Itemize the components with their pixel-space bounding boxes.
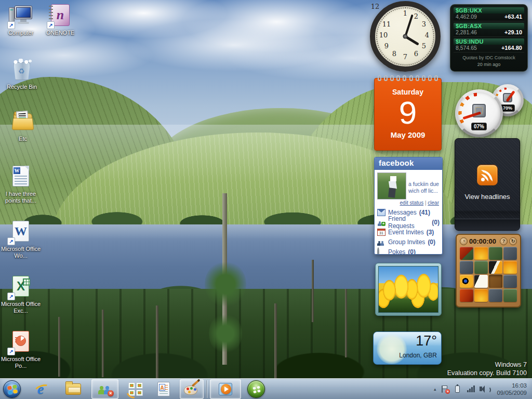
network-signal-icon[interactable] — [467, 385, 475, 393]
weather-location: London, GBR — [399, 352, 437, 359]
battery-icon[interactable] — [454, 385, 462, 393]
puzzle-tile[interactable] — [489, 289, 502, 302]
wallpaper-vine-post — [58, 317, 60, 377]
poke-icon — [377, 248, 385, 255]
stock-value: 4,462.09 — [456, 14, 477, 20]
puzzle-tile[interactable] — [489, 275, 502, 288]
item-label: Friend Requests — [388, 215, 429, 230]
cpu-meter-gadget[interactable]: 70% 07% — [451, 83, 529, 138]
cpu-gauge: 07% — [455, 89, 503, 137]
puzzle-tile[interactable] — [460, 289, 473, 302]
stocks-updated: 20 min ago — [454, 60, 524, 67]
puzzle-tile[interactable] — [503, 289, 517, 302]
show-hidden-icons-button[interactable]: ▴ — [434, 387, 436, 392]
clock-numeral: 5 — [422, 42, 426, 50]
desktop: ↗ Computer n ↗ ONENOTE Recycle Bin Etc W… — [0, 0, 532, 399]
calendar-day-number: 9 — [375, 97, 441, 128]
rss-view-headlines-link[interactable]: View headlines — [464, 193, 510, 201]
volume-icon[interactable] — [480, 385, 490, 393]
facebook-event-invites-item[interactable]: 31 Event Invites (3) — [377, 227, 440, 237]
desktop-icon-label: Computer — [8, 30, 33, 36]
clock-numeral: 11 — [382, 20, 391, 28]
puzzle-tile[interactable] — [474, 261, 488, 274]
clock-face: 12 1 2 3 4 5 6 7 8 9 10 11 — [370, 1, 441, 72]
puzzle-help-button[interactable]: ? — [500, 237, 508, 245]
clock-numeral: 3 — [422, 20, 426, 28]
puzzle-tile[interactable] — [489, 247, 502, 260]
desktop-icon-word[interactable]: W ↗ Microsoft Office Wo... — [0, 220, 42, 259]
clock-numeral: 1 — [403, 9, 407, 17]
puzzle-tile[interactable] — [474, 275, 488, 288]
puzzle-tile[interactable] — [503, 247, 517, 260]
recycle-bin-icon — [9, 58, 34, 82]
puzzle-tile[interactable] — [460, 261, 473, 274]
calendar-gadget[interactable]: Saturday 9 May 2009 — [374, 78, 442, 151]
rss-feed-gadget[interactable]: View headlines — [455, 138, 520, 231]
slideshow-gadget[interactable] — [375, 263, 442, 316]
facebook-friend-requests-item[interactable]: + Friend Requests (0) — [377, 217, 440, 227]
puzzle-tile[interactable] — [489, 261, 502, 274]
stock-row[interactable]: $GB:ASX 2,281.46+29.10 — [454, 23, 524, 37]
taskbar-windows-explorer[interactable] — [62, 379, 84, 399]
picture-puzzle-gadget[interactable]: ◔ 00:00:00 ? ↻ — [456, 234, 521, 308]
puzzle-timer: 00:00:00 — [469, 237, 498, 245]
stock-value: 2,281.46 — [456, 29, 477, 35]
desktop-icon-label: Etc — [19, 136, 27, 142]
stock-row[interactable]: $US:INDU 8,574.65+164.80 — [454, 38, 524, 52]
wallpaper-vine-post — [345, 289, 347, 357]
facebook-group-invites-item[interactable]: Group Invites (0) — [377, 237, 440, 247]
desktop-icon-etc-folder[interactable]: Etc — [2, 110, 44, 142]
wallpaper-vine-post — [102, 310, 104, 377]
facebook-profile-photo[interactable] — [377, 172, 406, 200]
start-button[interactable] — [1, 379, 23, 399]
taskbar-journal[interactable]: A — [153, 379, 175, 399]
taskbar-paint[interactable] — [180, 379, 204, 399]
clock-numeral: 12 — [371, 3, 380, 10]
puzzle-tile[interactable] — [474, 247, 488, 260]
desktop-icon-powerpoint[interactable]: ↗ Microsoft Office Po... — [0, 330, 42, 369]
stock-change: +164.80 — [501, 45, 522, 51]
taskbar-messenger[interactable]: × — [91, 379, 118, 399]
desktop-icon-excel[interactable]: X ↗ Microsoft Office Exc... — [0, 275, 42, 314]
puzzle-tile[interactable] — [460, 247, 473, 260]
media-center-icon — [247, 380, 265, 398]
desktop-icon-word-document[interactable]: W I have three points that... — [0, 165, 42, 204]
friend-request-icon: + — [377, 219, 385, 226]
puzzle-shuffle-button[interactable]: ↻ — [509, 237, 517, 245]
facebook-pokes-item[interactable]: Pokes (0) — [377, 247, 440, 255]
calendar-month-year: May 2009 — [375, 130, 441, 139]
rss-gadget-footer — [455, 219, 520, 230]
stocks-gadget[interactable]: $GB:UKX 4,462.09+63.41 $GB:ASX 2,281.46+… — [450, 4, 528, 72]
facebook-gadget[interactable]: facebook a fuckiin due wich off lic... e… — [374, 157, 443, 255]
desktop-icon-onenote[interactable]: n ↗ ONENOTE — [39, 4, 81, 36]
taskbar: e × A — [0, 378, 532, 399]
taskbar-media-player[interactable] — [210, 379, 241, 399]
stock-value: 8,574.65 — [456, 45, 477, 51]
clear-link[interactable]: clear — [428, 200, 439, 206]
item-label: Group Invites — [388, 238, 425, 246]
tray-time: 16:03 — [497, 382, 527, 389]
puzzle-tile[interactable] — [503, 275, 517, 288]
edit-status-link[interactable]: edit status — [400, 200, 424, 206]
item-count: (0) — [432, 219, 440, 226]
puzzle-tile[interactable] — [460, 275, 473, 288]
puzzle-tile[interactable] — [474, 289, 488, 302]
weather-gadget[interactable]: 17° London, GBR — [373, 331, 442, 365]
taskbar-internet-explorer[interactable]: e — [31, 379, 53, 399]
shortcut-arrow-icon: ↗ — [7, 21, 15, 29]
stock-row[interactable]: $GB:UKX 4,462.09+63.41 — [454, 7, 524, 21]
messenger-icon: × — [97, 382, 113, 396]
taskbar-photo-gallery[interactable] — [125, 379, 147, 399]
cpu-usage-value: 07% — [471, 123, 487, 130]
puzzle-timer-button[interactable]: ◔ — [460, 237, 468, 245]
action-center-flag-icon[interactable]: × — [441, 385, 449, 393]
puzzle-tile[interactable] — [503, 261, 517, 274]
desktop-icon-computer[interactable]: ↗ Computer — [0, 4, 42, 36]
clock-gadget[interactable]: 12 1 2 3 4 5 6 7 8 9 10 11 — [370, 1, 441, 72]
facebook-logo: facebook — [375, 157, 442, 170]
taskbar-clock[interactable]: 16:03 09/05/2009 — [495, 382, 527, 396]
taskbar-media-center[interactable] — [245, 379, 267, 399]
desktop-icon-recycle-bin[interactable]: Recycle Bin — [1, 58, 43, 90]
onenote-icon: n ↗ — [48, 4, 73, 28]
stock-change: +29.10 — [504, 29, 522, 35]
